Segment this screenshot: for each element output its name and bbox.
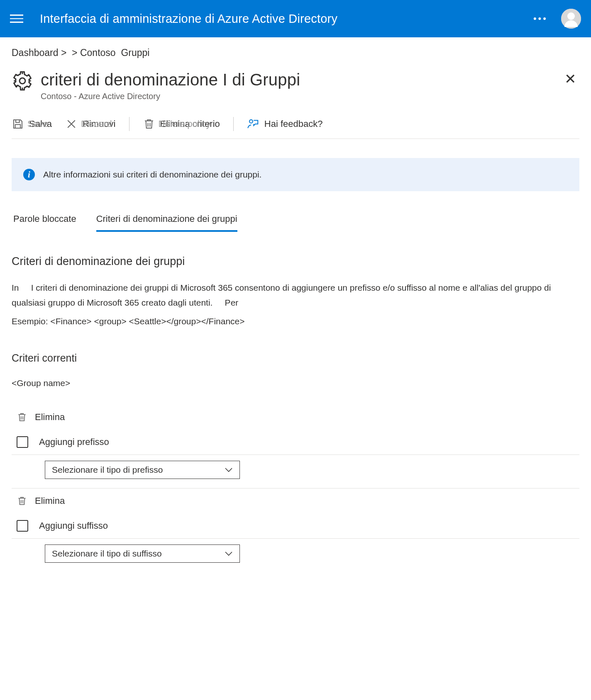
policy-preview: <Group name> <box>12 378 579 388</box>
chevron-down-icon <box>225 465 233 475</box>
delete-label: Elimina <box>35 496 65 506</box>
close-icon <box>65 118 78 130</box>
prefix-dropdown-row: Selezionare il tipo di prefisso <box>12 455 579 489</box>
tab-group-naming-policy[interactable]: Criteri di denominazione dei gruppi <box>96 214 237 232</box>
add-prefix-label: Aggiungi prefisso <box>39 437 109 447</box>
info-banner[interactable]: i Altre informazioni sui criteri di deno… <box>12 158 579 191</box>
trash-icon <box>17 495 27 507</box>
svg-point-2 <box>20 78 25 84</box>
app-title: Interfaccia di amministrazione di Azure … <box>40 12 517 26</box>
suffix-type-select[interactable]: Selezionare il tipo di suffisso <box>45 544 240 563</box>
gear-icon <box>12 70 33 94</box>
add-prefix-row: Aggiungi prefisso <box>12 430 579 455</box>
toolbar: Salva Save Rimuovi Discard Elimina crite… <box>12 109 579 139</box>
avatar[interactable] <box>561 9 581 29</box>
suffix-type-placeholder: Selezionare il tipo di suffisso <box>52 549 162 559</box>
add-prefix-checkbox[interactable] <box>17 436 28 448</box>
delete-row: Elimina <box>12 405 579 430</box>
svg-point-3 <box>249 120 253 123</box>
chevron-down-icon <box>225 549 233 559</box>
page-title: criteri di denominazione I di Gruppi <box>41 70 554 89</box>
delete-label: Elimina <box>35 412 65 423</box>
prefix-type-placeholder: Selezionare il tipo di prefisso <box>52 465 163 475</box>
add-suffix-label: Aggiungi suffisso <box>39 520 108 531</box>
delete-row: Elimina <box>12 489 579 513</box>
toolbar-divider <box>233 117 234 131</box>
section-heading: Criteri di denominazione dei gruppi <box>12 255 579 268</box>
delete-prefix-button[interactable] <box>17 411 27 423</box>
info-icon: i <box>23 169 35 180</box>
save-icon <box>12 118 24 130</box>
feedback-icon <box>247 118 259 130</box>
breadcrumb[interactable]: Dashboard > > Contoso Gruppi <box>12 47 579 58</box>
svg-point-1 <box>567 12 575 20</box>
delete-policy-button[interactable]: Elimina criterio Delete policy <box>143 118 220 130</box>
toolbar-divider <box>129 117 129 131</box>
topbar: Interfaccia di amministrazione di Azure … <box>0 0 591 37</box>
prefix-type-select[interactable]: Selezionare il tipo di prefisso <box>45 461 240 479</box>
discard-button[interactable]: Rimuovi Discard <box>65 118 115 130</box>
trash-icon <box>143 118 155 130</box>
page-subtitle: Contoso - Azure Active Directory <box>41 92 554 101</box>
section-example: Esempio: <Finance> <group> <Seattle></gr… <box>12 314 579 329</box>
more-icon[interactable]: ••• <box>533 13 548 24</box>
feedback-button[interactable]: Hai feedback? <box>247 118 323 130</box>
info-banner-text: Altre informazioni sui criteri di denomi… <box>43 170 261 180</box>
add-suffix-checkbox[interactable] <box>17 520 28 532</box>
hamburger-icon[interactable] <box>10 12 23 25</box>
delete-suffix-button[interactable] <box>17 495 27 507</box>
trash-icon <box>17 411 27 423</box>
current-policy-heading: Criteri correnti <box>12 352 579 364</box>
tabs: Parole bloccate Criteri di denominazione… <box>12 214 579 232</box>
tab-blocked-words[interactable]: Parole bloccate <box>13 214 76 232</box>
page-header: criteri di denominazione I di Gruppi Con… <box>12 70 579 101</box>
close-button[interactable]: ✕ <box>561 70 579 88</box>
add-suffix-row: Aggiungi suffisso <box>12 513 579 539</box>
section-description: In I criteri di denominazione dei gruppi… <box>12 280 579 310</box>
save-button[interactable]: Salva Save <box>12 118 52 130</box>
suffix-dropdown-row: Selezionare il tipo di suffisso <box>12 539 579 572</box>
